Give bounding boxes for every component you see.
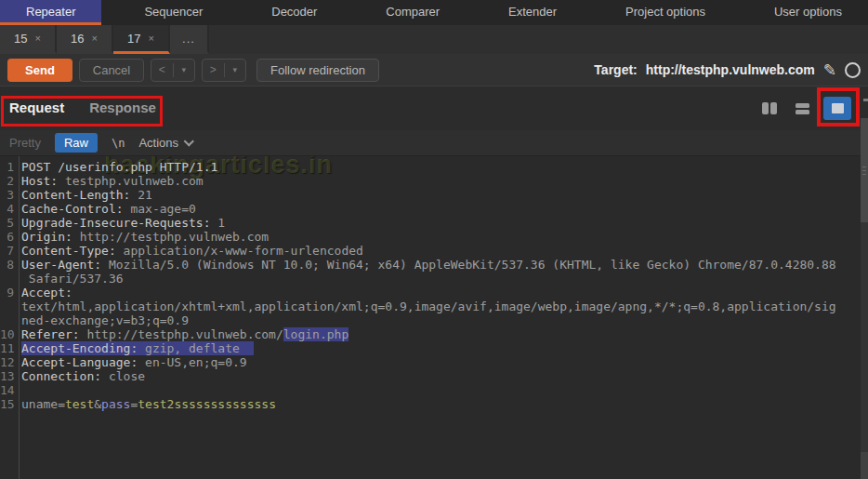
line-number: 2 [0,174,16,188]
actions-label: Actions [138,136,178,150]
repeater-tab-strip: 15 × 16 × 17 × ... [0,25,868,54]
scrollbar-corner [861,452,868,479]
single-pane-layout-icon[interactable] [823,97,851,120]
tab-extender[interactable]: Extender [482,0,583,25]
line-number: 15 [0,397,16,411]
code-line[interactable]: 3Content-Length: 21 [0,188,868,202]
tab-request[interactable]: Request [9,100,64,115]
line-number: 10 [0,327,16,341]
line-text: Connection: close [16,369,145,383]
more-tabs-button[interactable]: ... [170,25,209,54]
main-menu-bar: Repeater Sequencer Decoder Comparer Exte… [0,0,868,25]
close-icon[interactable]: × [92,33,98,44]
line-text: Cache-Control: max-age=0 [16,202,196,216]
code-line[interactable]: 12Accept-Language: en-US,en;q=0.9 [0,355,868,369]
line-number: 4 [0,202,16,216]
code-line[interactable]: 15uname=test&pass=test2ssssssssssssss [0,397,868,411]
back-button[interactable]: < ▾ [151,59,195,82]
tab-label: 16 [71,32,84,46]
follow-redirection-button[interactable]: Follow redirection [256,59,379,82]
line-text: Referer: http://testphp.vulnweb.com/logi… [16,327,349,341]
line-number [0,313,16,327]
repeater-toolbar: Send Cancel < ▾ > ▾ Follow redirection T… [0,54,868,86]
tab-sequencer[interactable]: Sequencer [118,0,229,25]
line-number: 13 [0,369,16,383]
line-text: Accept-Encoding: gzip, deflate [16,341,254,355]
code-line[interactable]: ned-exchange;v=b3;q=0.9 [0,313,868,327]
code-line[interactable]: 13Connection: close [0,369,868,383]
dropdown-arrow-icon[interactable]: ▾ [174,65,195,74]
code-line[interactable]: 14 [0,383,868,397]
close-icon[interactable]: × [35,33,41,44]
line-text: Accept: [16,286,80,299]
circle-icon[interactable] [845,62,861,78]
code-line[interactable]: 8User-Agent: Mozilla/5.0 (Windows NT 10.… [0,258,868,272]
code-line[interactable]: Safari/537.36 [0,272,868,286]
code-line[interactable]: 1POST /userinfo.php HTTP/1.1 [0,160,868,174]
actions-dropdown[interactable]: Actions [138,136,193,150]
target-bar: Target: http://testphp.vulnweb.com ✎ [594,62,861,78]
code-line[interactable]: 4Cache-Control: max-age=0 [0,202,868,216]
request-response-tabs: Request Response [9,100,156,115]
layout-buttons [756,97,851,120]
repeater-tab-17[interactable]: 17 × [113,25,170,54]
collapsed-panel-handle[interactable] [863,99,868,101]
line-text: uname=test&pass=test2ssssssssssssss [16,397,276,411]
cancel-button[interactable]: Cancel [79,59,144,82]
subtab-newline-toggle[interactable]: \n [112,137,125,150]
line-number: 6 [0,230,16,244]
target-label: Target: [594,62,637,77]
side-by-side-layout-icon[interactable] [756,98,782,120]
tab-decoder[interactable]: Decoder [245,0,343,25]
line-text: Origin: http://testphp.vulnweb.com [16,230,269,244]
line-text: Host: testphp.vulnweb.com [16,174,204,188]
chevron-left-icon: < [151,63,173,76]
line-number: 14 [0,383,16,397]
line-number: 12 [0,355,16,369]
line-text: User-Agent: Mozilla/5.0 (Windows NT 10.0… [16,258,836,272]
tab-repeater[interactable]: Repeater [0,0,101,25]
scrollbar-thumb[interactable] [861,118,868,222]
stacked-layout-icon[interactable] [790,98,815,120]
tab-comparer[interactable]: Comparer [360,0,466,25]
subtab-raw[interactable]: Raw [55,133,98,153]
tab-response[interactable]: Response [89,100,156,115]
editor-subtabs: Pretty Raw \n Actions [0,130,868,156]
code-line[interactable]: 10Referer: http://testphp.vulnweb.com/lo… [0,327,868,341]
code-line[interactable]: 5Upgrade-Insecure-Requests: 1 [0,216,868,230]
send-button[interactable]: Send [7,59,72,82]
line-text [16,383,21,397]
code-line[interactable]: 2Host: testphp.vulnweb.com [0,174,868,188]
forward-button[interactable]: > ▾ [202,59,246,82]
tab-project-options[interactable]: Project options [599,0,731,25]
edit-pencil-icon[interactable]: ✎ [823,62,836,78]
code-lines: 1POST /userinfo.php HTTP/1.12Host: testp… [0,156,868,411]
line-number: 1 [0,160,16,174]
line-number [0,272,16,286]
tab-user-options[interactable]: User options [748,0,868,25]
subtab-pretty[interactable]: Pretty [9,136,41,150]
line-text: Safari/537.36 [16,272,124,286]
target-url: http://testphp.vulnweb.com [646,62,815,77]
line-text: Content-Length: 21 [16,188,152,202]
tab-label: 17 [127,32,140,46]
code-line[interactable]: 9Accept: [0,286,868,299]
dropdown-arrow-icon[interactable]: ▾ [225,65,246,74]
line-number: 9 [0,286,16,299]
code-line[interactable]: text/html,application/xhtml+xml,applicat… [0,299,868,313]
request-editor[interactable]: hackingarticles.in 1POST /userinfo.php H… [0,156,868,479]
code-line[interactable]: 6Origin: http://testphp.vulnweb.com [0,230,868,244]
line-number: 8 [0,258,16,272]
code-line[interactable]: 7Content-Type: application/x-www-form-ur… [0,244,868,258]
line-text: Content-Type: application/x-www-form-url… [16,244,363,258]
close-icon[interactable]: × [149,33,154,44]
vertical-scrollbar[interactable] [861,118,868,479]
line-text: POST /userinfo.php HTTP/1.1 [16,160,217,174]
code-line[interactable]: 11Accept-Encoding: gzip, deflate [0,341,868,355]
line-text: ned-exchange;v=b3;q=0.9 [16,313,189,327]
repeater-tab-15[interactable]: 15 × [0,25,57,54]
line-number: 11 [0,341,16,355]
line-number: 7 [0,244,16,258]
line-text: Upgrade-Insecure-Requests: 1 [16,216,225,230]
repeater-tab-16[interactable]: 16 × [57,25,113,54]
